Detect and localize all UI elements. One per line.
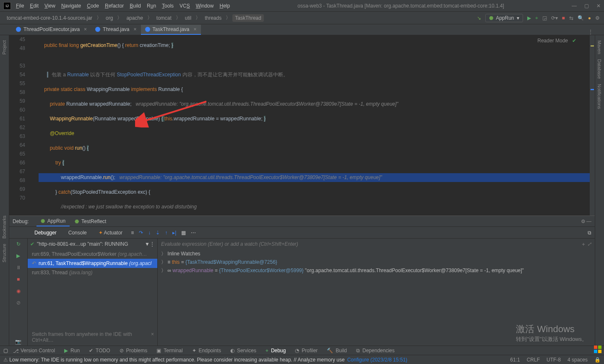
tool-database[interactable]: Database [597,59,602,79]
frame-row-selected[interactable]: ↶run:61, TaskThread$WrappingRunnable (or… [28,259,157,268]
run-config-selector[interactable]: ⬣ AppRun ▾ [485,14,523,22]
debug-tab-apprun[interactable]: ⬣AppRun [36,216,70,226]
watches-group[interactable]: 〉 Inline Watches [158,250,595,258]
menu-navigate[interactable]: Navigate [61,3,81,9]
translate-icon[interactable]: ⇆ [569,15,573,21]
build-icon[interactable]: ↘ [477,15,481,21]
line-separator[interactable]: CRLF [527,357,540,363]
crumb-class[interactable]: TaskThread [232,14,264,22]
menu-window[interactable]: Window [196,3,214,9]
menu-edit[interactable]: Edit [30,3,39,9]
btab-build[interactable]: 🔨Build [323,347,351,354]
frame-row[interactable]: run:833, Thread (java.lang) [28,268,157,277]
close-tab-icon[interactable]: × [84,26,87,32]
menu-run[interactable]: Run [147,3,156,9]
thread-selector[interactable]: ✔ "http-nio-8081-ex…up "main": RUNNING ▼… [28,239,157,250]
close-tab-icon[interactable]: × [133,26,136,32]
crumb-apache[interactable]: apache [124,14,145,22]
profile-icon[interactable]: ⟳▾ [551,15,558,21]
menu-refactor[interactable]: Refactor [105,3,124,9]
crumb-threads[interactable]: threads [202,14,224,22]
file-encoding[interactable]: UTF-8 [547,357,561,363]
menu-vcs[interactable]: VCS [180,3,190,9]
expand-icon[interactable]: ⤢ [587,241,591,247]
menu-help[interactable]: Help [219,3,230,9]
status-configure-link[interactable]: Configure (2023/2/8 15:51) [347,357,407,363]
tool-bookmarks[interactable]: Bookmarks [2,216,7,239]
menu-tools[interactable]: Tools [162,3,174,9]
actuator-subtab[interactable]: ✦ Actuator [95,228,126,237]
crumb-tomcat[interactable]: tomcat [154,14,174,22]
filter-icon[interactable]: ▼ [145,241,150,247]
maximize-icon[interactable]: ▢ [584,3,589,9]
resume-icon[interactable]: ▶ [15,252,22,260]
tab-threadpoolexecutor[interactable]: ThreadPoolExecutor.java× [12,25,91,35]
frame-row[interactable]: run:659, ThreadPoolExecutor$Worker (org.… [28,250,157,259]
step-over-icon[interactable]: ↷ [139,230,143,236]
force-step-into-icon[interactable]: ⇣ [156,230,160,236]
editor-scrollbar[interactable] [590,35,595,216]
crumb-util[interactable]: util [182,14,194,22]
debug-hide-icon[interactable]: — [586,218,591,224]
menu-code[interactable]: Code [87,3,99,9]
btab-problems[interactable]: ⊘Problems [115,347,152,354]
tool-maven[interactable]: Maven [597,40,602,54]
btab-services[interactable]: ◐Services [226,347,260,354]
debug-tab-testreflect[interactable]: ⬣TestReflect [70,217,110,226]
readonly-lock-icon[interactable]: 🔒 [594,357,601,363]
step-out-icon[interactable]: ↑ [165,230,167,236]
menu-file[interactable]: File [16,3,24,9]
rerun-icon[interactable]: ↻ [15,240,22,248]
pause-icon[interactable]: ⏸ [15,264,22,271]
console-subtab[interactable]: Console [65,228,90,237]
more-icon[interactable]: ⋯ [191,230,196,236]
frames-more-icon[interactable]: ⋮ [150,241,155,247]
minimize-icon[interactable]: — [572,3,577,9]
caret-position[interactable]: 61:1 [510,357,520,363]
btab-run[interactable]: ▶Run [60,347,84,354]
status-warn-icon[interactable]: ⚠ [3,357,8,363]
tool-window-quick-access-icon[interactable]: ▢ [3,348,8,354]
btab-dependencies[interactable]: ⧉Dependencies [352,347,399,354]
btab-profiler[interactable]: ◔Profiler [291,347,322,354]
run-to-cursor-icon[interactable]: ▸| [172,230,176,236]
debug-icon[interactable]: ⌖ [535,15,538,21]
coverage-icon[interactable]: ◲ [542,15,547,21]
variable-wrappedrunnable[interactable]: 〉 ∞ wrappedRunnable = {ThreadPoolExecuto… [158,266,595,275]
stop-debug-icon[interactable]: ■ [15,276,22,283]
close-tab-icon[interactable]: × [194,26,197,32]
menu-view[interactable]: View [44,3,55,9]
tool-project[interactable]: Project [2,40,7,55]
tab-taskthread[interactable]: TaskThread.java× [141,25,201,35]
code-editor[interactable]: Reader Mode ✔ 4548 535455 585960 616263 … [9,35,595,216]
settings-icon[interactable]: ⚙ [595,15,600,21]
indent-setting[interactable]: 4 spaces [568,357,588,363]
sync-icon[interactable]: ● [588,15,591,21]
btab-terminal[interactable]: ▣Terminal [152,347,187,354]
tab-overflow-icon[interactable]: ⋮ [588,29,593,35]
stop-icon[interactable]: ■ [562,15,565,21]
mute-breakpoints-icon[interactable]: ⊘ [15,299,22,307]
add-watch-icon[interactable]: ＋ [581,241,586,248]
step-into-icon[interactable]: ↓ [148,230,151,236]
btab-endpoints[interactable]: ✦Endpoints [188,347,225,354]
debugger-subtab[interactable]: Debugger [31,228,60,237]
run-icon[interactable]: ▶ [527,15,531,21]
close-hint-icon[interactable]: × [151,331,154,337]
crumb-jar[interactable]: tomcat-embed-core-10.1.4-sources.jar [4,14,95,22]
crumb-org[interactable]: org [103,14,115,22]
evaluate-input[interactable]: Evaluate expression (Enter) or add a wat… [158,239,595,250]
layout-icon[interactable]: ≡ [131,230,134,236]
evaluate-icon[interactable]: ▦ [181,230,186,236]
fold-column[interactable] [30,35,39,216]
close-icon[interactable]: ✕ [596,3,601,9]
btab-todo[interactable]: ✔TODO [85,347,114,354]
tool-notifications[interactable]: Notifications [597,84,602,109]
thread-dump-icon[interactable]: ⧉ [588,230,591,236]
camera-icon[interactable]: 📷 [15,338,22,346]
variable-this[interactable]: 〉 ≡ this = {TaskThread$WrappingRunnable@… [158,258,595,266]
tab-thread[interactable]: Thread.java× [91,25,141,35]
search-icon[interactable]: 🔍 [578,15,584,21]
code-area[interactable]: public final long getCreationTime() { re… [39,35,595,216]
menu-build[interactable]: Build [130,3,141,9]
